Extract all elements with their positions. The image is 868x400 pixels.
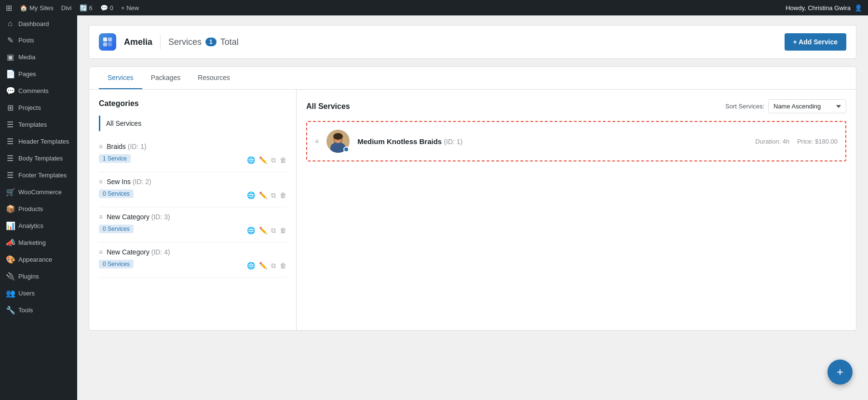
sidebar-item-label: Header Templates (18, 138, 69, 145)
service-name: Medium Knotless Braids (ID: 1) (357, 137, 747, 146)
categories-panel: Categories All Services ≡ Braids (ID: 1)… (89, 90, 297, 330)
sidebar-item-label: Body Templates (18, 155, 63, 162)
tab-resources[interactable]: Resources (189, 67, 239, 89)
avatar-status-indicator (343, 147, 349, 152)
users-icon: 👥 (6, 289, 14, 298)
sidebar-item-label: Dashboard (18, 20, 49, 27)
svg-rect-1 (108, 38, 112, 41)
sidebar-item-label: Media (18, 53, 35, 61)
category-header: ≡ Sew Ins (ID: 2) (99, 178, 286, 186)
drag-handle-icon[interactable]: ≡ (99, 178, 103, 186)
copy-icon[interactable]: ⧉ (271, 156, 276, 164)
content-area: Categories All Services ≡ Braids (ID: 1)… (89, 90, 856, 331)
posts-icon: ✎ (6, 36, 14, 45)
site-name-link[interactable]: Divi (61, 4, 72, 12)
sidebar-item-woocommerce[interactable]: 🛒 WooCommerce (0, 184, 77, 200)
service-avatar-wrap (326, 130, 350, 153)
edit-icon[interactable]: ✏️ (259, 191, 267, 199)
my-sites-link[interactable]: 🏠 My Sites (20, 4, 54, 12)
edit-icon[interactable]: ✏️ (259, 227, 267, 234)
tab-services[interactable]: Services (99, 67, 142, 89)
tabs-bar: Services Packages Resources (89, 67, 856, 90)
sidebar-item-pages[interactable]: 📄 Pages (0, 66, 77, 82)
sidebar-item-label: Comments (18, 87, 49, 94)
appearance-icon: 🎨 (6, 255, 14, 264)
sidebar-item-posts[interactable]: ✎ Posts (0, 32, 77, 49)
sidebar-item-products[interactable]: 📦 Products (0, 200, 77, 217)
sidebar-item-plugins[interactable]: 🔌 Plugins (0, 268, 77, 285)
sidebar-item-header-templates[interactable]: ☰ Header Templates (0, 133, 77, 150)
edit-icon[interactable]: ✏️ (259, 262, 267, 269)
updates-link[interactable]: 🔄 6 (80, 4, 93, 12)
sidebar-item-label: Pages (18, 70, 36, 78)
projects-icon: ⊞ (6, 103, 14, 112)
svg-rect-0 (103, 38, 107, 41)
copy-icon[interactable]: ⧉ (271, 191, 276, 200)
sidebar-item-label: Marketing (18, 239, 46, 246)
sidebar-item-media[interactable]: ▣ Media (0, 49, 77, 66)
sidebar-item-body-templates[interactable]: ☰ Body Templates (0, 150, 77, 167)
site-name-label: Divi (61, 4, 72, 12)
category-item: ≡ New Category (ID: 4) 0 Services 🌐 ✏️ ⧉… (99, 242, 286, 278)
delete-icon[interactable]: 🗑 (280, 262, 286, 269)
edit-icon[interactable]: ✏️ (259, 156, 267, 164)
all-services-category[interactable]: All Services (99, 116, 286, 131)
category-header: ≡ New Category (ID: 4) (99, 248, 286, 256)
delete-icon[interactable]: 🗑 (280, 156, 286, 164)
sidebar-item-projects[interactable]: ⊞ Projects (0, 99, 77, 116)
layout: ⌂ Dashboard ✎ Posts ▣ Media 📄 Pages 💬 Co… (0, 15, 868, 400)
sidebar-item-appearance[interactable]: 🎨 Appearance (0, 251, 77, 268)
service-drag-handle-icon[interactable]: ≡ (315, 137, 319, 145)
dashboard-icon: ⌂ (6, 19, 14, 28)
copy-icon[interactable]: ⧉ (271, 227, 276, 235)
sidebar-item-footer-templates[interactable]: ☰ Footer Templates (0, 167, 77, 184)
main-content: Amelia Services 1 Total + Add Service Se… (77, 15, 868, 400)
templates-icon: ☰ (6, 120, 14, 129)
drag-handle-icon[interactable]: ≡ (99, 213, 103, 221)
comments-icon: 💬 (100, 4, 108, 12)
sidebar: ⌂ Dashboard ✎ Posts ▣ Media 📄 Pages 💬 Co… (0, 15, 77, 400)
sidebar-item-label: Users (18, 290, 35, 297)
globe-icon[interactable]: 🌐 (247, 227, 255, 234)
sidebar-item-tools[interactable]: 🔧 Tools (0, 302, 77, 319)
category-badge: 0 Services (99, 189, 134, 198)
page-header: Amelia Services 1 Total + Add Service (89, 25, 856, 59)
category-name: New Category (ID: 4) (107, 248, 170, 256)
total-badge: 1 (205, 38, 217, 46)
fab-button[interactable]: + (827, 360, 853, 385)
categories-title: Categories (99, 99, 286, 108)
comments-link[interactable]: 💬 0 (100, 4, 113, 12)
tab-packages[interactable]: Packages (142, 67, 189, 89)
greeting-text: Howdy, Christina Gwira (786, 4, 851, 12)
sort-select[interactable]: Name Ascending Name Descending Duration … (768, 99, 846, 113)
wp-logo[interactable]: ⊞ (6, 3, 12, 13)
category-id: (ID: 1) (128, 143, 147, 150)
delete-icon[interactable]: 🗑 (280, 191, 286, 199)
sidebar-item-marketing[interactable]: 📣 Marketing (0, 234, 77, 251)
globe-icon[interactable]: 🌐 (247, 156, 255, 164)
sidebar-item-templates[interactable]: ☰ Templates (0, 116, 77, 133)
drag-handle-icon[interactable]: ≡ (99, 143, 103, 150)
sidebar-item-analytics[interactable]: 📊 Analytics (0, 217, 77, 234)
sidebar-item-label: Footer Templates (18, 172, 67, 179)
footer-templates-icon: ☰ (6, 171, 14, 180)
media-icon: ▣ (6, 53, 14, 62)
delete-icon[interactable]: 🗑 (280, 227, 286, 234)
tools-icon: 🔧 (6, 306, 14, 315)
globe-icon[interactable]: 🌐 (247, 262, 255, 269)
drag-handle-icon[interactable]: ≡ (99, 248, 103, 256)
sidebar-item-label: Templates (18, 121, 47, 128)
add-service-button[interactable]: + Add Service (785, 33, 846, 51)
globe-icon[interactable]: 🌐 (247, 191, 255, 199)
new-link[interactable]: + New (121, 4, 139, 12)
sidebar-item-dashboard[interactable]: ⌂ Dashboard (0, 15, 77, 32)
sidebar-item-comments[interactable]: 💬 Comments (0, 82, 77, 99)
copy-icon[interactable]: ⧉ (271, 262, 276, 270)
services-panel: All Services Sort Services: Name Ascendi… (297, 90, 856, 330)
tab-services-label: Services (108, 74, 134, 81)
sidebar-item-users[interactable]: 👥 Users (0, 285, 77, 302)
page-title: Services (168, 37, 202, 47)
service-duration: Duration: 4h (755, 138, 789, 145)
category-actions: 🌐 ✏️ ⧉ 🗑 (247, 262, 286, 270)
sidebar-item-label: Analytics (18, 222, 43, 229)
